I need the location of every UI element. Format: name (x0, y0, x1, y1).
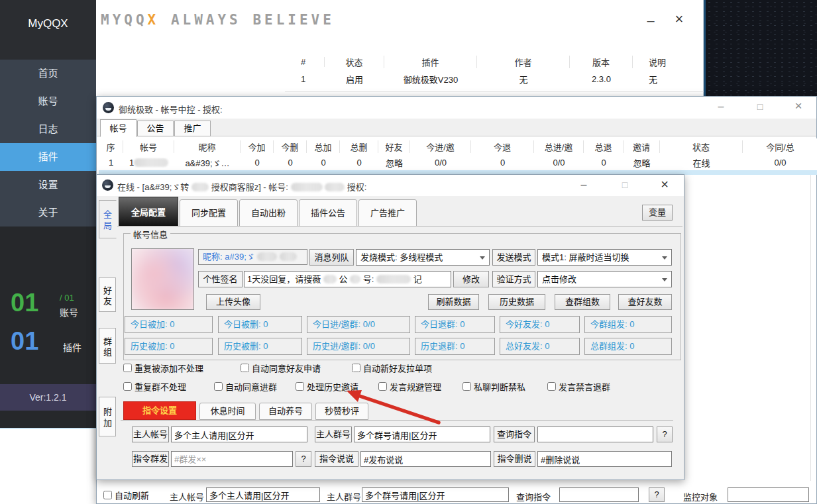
nav-item-logs[interactable]: 日志 (0, 115, 96, 143)
main-minimize-button[interactable]: – (639, 12, 662, 29)
top-tab-global-config[interactable]: 全局配置 (119, 197, 178, 227)
check-speech-evasion[interactable]: 发言规避管理 (378, 380, 441, 393)
scrollbar-track[interactable] (810, 175, 811, 481)
divider (0, 428, 96, 429)
account-close-button[interactable]: × (655, 176, 675, 193)
cmd-delete-shuo-label[interactable]: 指令删说 (494, 451, 535, 467)
cmd-delete-shuo-input[interactable] (537, 451, 672, 467)
control-maximize-button[interactable]: □ (749, 98, 771, 115)
upload-avatar-button[interactable]: 上传头像 (206, 294, 260, 310)
nickname-box[interactable]: 昵称: a#39;ゞ (198, 249, 307, 265)
auto-refresh-checkbox[interactable]: 自动刷新 (103, 489, 149, 501)
tab-announcement[interactable]: 公告 (137, 121, 174, 136)
nav-item-home[interactable]: 首页 (0, 60, 96, 87)
history-data-button[interactable]: 历史数据 (488, 294, 545, 310)
tab-accounts[interactable]: 帐号 (100, 119, 136, 137)
nav-item-plugins[interactable]: 插件 (0, 143, 96, 171)
nickname-text: 昵称: a#39;ゞ (203, 252, 255, 262)
chevron-down-icon (662, 278, 667, 281)
control-close-button[interactable]: × (787, 97, 810, 115)
signature-input[interactable]: 1天没回复，请搜薇 公 号: 记 (244, 271, 451, 287)
cmd-master-account-input[interactable] (171, 427, 307, 442)
account-table-row[interactable]: 1 1 a&#39;ゞ… 0 0 0 0 忽略 0/0 0 0/0 0 忽略 在… (99, 154, 817, 170)
side-tab-extra[interactable]: 附加 (99, 397, 116, 436)
plugin-table-row[interactable]: 1 启用 御统极致V230 无 2.3.0 无 (292, 70, 699, 87)
checkbox[interactable] (214, 382, 223, 391)
message-queue-button[interactable]: 消息列队 (309, 249, 354, 266)
check-muted-quit-group[interactable]: 发言禁言退群 (547, 380, 610, 393)
master-account-input[interactable] (206, 487, 320, 502)
fever-mode-select[interactable]: 发烧模式: 多线程模式 (356, 249, 490, 266)
checkbox[interactable] (241, 364, 249, 372)
refresh-data-button[interactable]: 刷新数据 (428, 294, 479, 310)
check-new-friend-single[interactable]: 自动新好友拉单项 (352, 362, 432, 374)
query-help-button[interactable]: ? (649, 487, 665, 502)
check-dup-add[interactable]: 重复被添加不处理 (123, 362, 203, 374)
side-tab-friends[interactable]: 好友 (99, 277, 116, 312)
send-mode-button[interactable]: 发送模式 (492, 249, 535, 266)
cell: 0 (584, 158, 624, 168)
account-window-icon (102, 179, 113, 191)
cmd-tab-rest-time[interactable]: 休息时间 (199, 403, 256, 420)
control-minimize-button[interactable]: – (710, 98, 732, 115)
side-tab-groups[interactable]: 群组 (99, 328, 116, 364)
cmd-master-group-input[interactable] (354, 427, 490, 442)
verify-mode-button[interactable]: 验证方式 (492, 271, 535, 287)
cmd-group-send-label[interactable]: 指令群发 (132, 451, 169, 467)
main-close-button[interactable]: × (668, 11, 690, 28)
nav-item-accounts[interactable]: 账号 (0, 87, 96, 115)
account-minimize-button[interactable]: – (574, 176, 594, 193)
signature-button[interactable]: 个性签名 (198, 271, 243, 287)
cmd-shuoshuo-label[interactable]: 指令说说 (315, 451, 358, 467)
modify-button[interactable]: 修改 (453, 271, 489, 287)
check-private-chat-ban[interactable]: 私聊判断禁私 (463, 380, 525, 393)
verify-mode-select[interactable]: 点击修改 (537, 271, 672, 287)
checkbox[interactable] (123, 364, 132, 372)
plugin-table-header: # 状态 插件 作者 版本 说明 (292, 53, 699, 70)
cmd-group-send-input[interactable] (171, 451, 293, 467)
cmd-tab-auto-raise[interactable]: 自动养号 (259, 403, 312, 420)
checkbox[interactable] (123, 382, 132, 391)
cmd-query-input[interactable] (537, 427, 653, 442)
top-tab-plugin-news[interactable]: 插件公告 (299, 199, 357, 227)
monitor-input[interactable] (728, 487, 809, 502)
cmd-query-help-button[interactable]: ? (657, 427, 673, 442)
tab-promotion[interactable]: 推广 (174, 121, 211, 136)
account-maximize-button[interactable]: □ (615, 176, 635, 193)
checkbox[interactable] (378, 382, 387, 391)
auto-refresh-box[interactable] (103, 491, 112, 499)
checkbox[interactable] (547, 382, 556, 391)
check-dup-group[interactable]: 重复群不处理 (123, 380, 186, 393)
stat-today-quit: 今日退群: 0 (415, 316, 495, 333)
cmd-tab-instant-like[interactable]: 秒赞秒评 (315, 403, 368, 420)
check-auto-accept-friend[interactable]: 自动同意好友申请 (241, 362, 321, 374)
cmd-group-send-help-button[interactable]: ? (296, 451, 311, 467)
sidebar: MyQQX 首页 账号 日志 插件 设置 关于 01 / 01 账号 01 插件… (0, 0, 96, 429)
query-friend-count-button[interactable]: 查好友数 (618, 294, 672, 310)
top-tab-auto-fans[interactable]: 自动出粉 (239, 199, 298, 227)
desktop-background (704, 0, 817, 97)
checkbox[interactable] (296, 382, 304, 391)
top-tab-ad-promo[interactable]: 广告推广 (358, 199, 417, 227)
cmd-tab-commands[interactable]: 指令设置 (123, 401, 196, 420)
cmd-master-account-label[interactable]: 主人帐号 (132, 427, 169, 442)
col-header: 今同/总 (743, 140, 817, 153)
master-group-input[interactable] (362, 487, 509, 502)
plugin-count: 01 (11, 327, 38, 356)
cmd-master-group-label[interactable]: 主人群号 (315, 427, 352, 442)
cmd-shuoshuo-input[interactable] (360, 451, 491, 467)
query-cmd-input[interactable] (559, 487, 639, 502)
nav-item-settings[interactable]: 设置 (0, 171, 96, 199)
checkbox[interactable] (463, 382, 471, 391)
send-mode-select[interactable]: 模式1: 屏蔽时适当切换 (537, 249, 672, 266)
cmd-query-label[interactable]: 查询指令 (494, 427, 535, 442)
checkbox[interactable] (352, 364, 360, 372)
variable-button[interactable]: 变量 (642, 205, 673, 221)
nav-item-about[interactable]: 关于 (0, 199, 96, 227)
top-tab-sync-config[interactable]: 同步配置 (180, 199, 238, 227)
query-group-count-button[interactable]: 查群组数 (555, 294, 610, 310)
side-tab-global[interactable]: 全局 (99, 200, 117, 238)
check-auto-join-group[interactable]: 自动同意进群 (214, 380, 277, 393)
check-handle-history-invites[interactable]: 处理历史邀请 (296, 380, 358, 393)
redacted-title (291, 183, 323, 191)
